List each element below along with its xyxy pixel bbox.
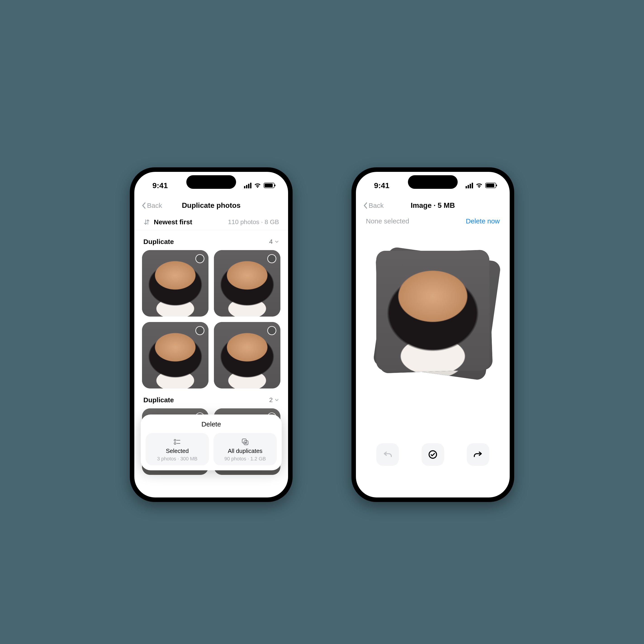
group-count: 2 [269, 396, 279, 404]
wifi-icon [254, 183, 261, 188]
photo-thumb[interactable] [214, 322, 280, 388]
duplicates-icon [216, 438, 275, 446]
button-label: All duplicates [216, 447, 275, 455]
nav-bar: Back Duplicate photos [134, 199, 288, 214]
select-circle[interactable] [195, 326, 204, 335]
selection-status: None selected [366, 217, 409, 225]
select-circle[interactable] [267, 254, 276, 263]
select-circle[interactable] [195, 254, 204, 263]
delete-selected-button[interactable]: Selected 3 photos · 300 MB [146, 433, 209, 465]
sheet-title: Delete [146, 420, 277, 428]
check-circle-icon [428, 450, 438, 459]
svg-point-0 [174, 439, 176, 441]
select-circle[interactable] [267, 326, 276, 335]
button-label: Selected [148, 447, 207, 455]
keep-button[interactable] [421, 443, 444, 466]
phone-mockup-detail: 9:41 Back Image · 5 MB None selected Del… [351, 167, 514, 502]
back-button[interactable]: Back [142, 202, 162, 209]
sort-label: Newest first [154, 218, 192, 226]
button-subtext: 90 photos · 1.2 GB [216, 456, 275, 462]
photo-thumb[interactable] [142, 322, 208, 388]
photo-thumb[interactable] [142, 250, 208, 317]
button-subtext: 3 photos · 300 MB [148, 456, 207, 462]
status-time: 9:41 [374, 181, 389, 190]
back-label: Back [369, 202, 384, 209]
svg-point-1 [174, 443, 176, 444]
page-title: Image · 5 MB [411, 201, 455, 210]
status-time: 9:41 [152, 181, 168, 190]
group-header[interactable]: Duplicate 2 [142, 388, 280, 408]
selected-icon [148, 438, 207, 446]
undo-icon [383, 450, 393, 459]
battery-icon [485, 183, 496, 188]
photo-thumb[interactable] [214, 250, 280, 317]
status-indicators [466, 183, 496, 188]
group-title: Duplicate [143, 396, 174, 404]
notch [408, 175, 458, 189]
delete-sheet: Delete Selected 3 photos · 300 MB All du… [141, 414, 282, 470]
chevron-down-icon [275, 398, 279, 402]
page-title: Duplicate photos [182, 201, 241, 210]
phone-mockup-list: 9:41 Back Duplicate photos Newest first … [130, 167, 293, 502]
share-button[interactable] [467, 443, 489, 466]
cellular-icon [244, 183, 251, 188]
summary-text: 110 photos · 8 GB [228, 218, 279, 226]
back-label: Back [147, 202, 162, 209]
chevron-down-icon [275, 239, 279, 244]
battery-icon [264, 183, 275, 188]
photo-stack[interactable] [376, 251, 489, 371]
group-header[interactable]: Duplicate 4 [142, 230, 280, 250]
cellular-icon [466, 183, 473, 188]
status-indicators [244, 183, 275, 188]
screen-list: 9:41 Back Duplicate photos Newest first … [134, 172, 288, 497]
delete-all-button[interactable]: All duplicates 90 photos · 1.2 GB [213, 433, 277, 465]
sort-icon [143, 219, 150, 225]
delete-now-button[interactable]: Delete now [466, 217, 500, 225]
sort-button[interactable]: Newest first [143, 218, 192, 226]
stack-card-front[interactable] [376, 251, 489, 371]
photo-grid [142, 250, 280, 388]
filter-bar: Newest first 110 photos · 8 GB [134, 214, 288, 230]
chevron-left-icon [364, 202, 368, 209]
share-icon [473, 450, 483, 459]
screen-detail: 9:41 Back Image · 5 MB None selected Del… [356, 172, 510, 497]
action-bar [356, 443, 510, 466]
notch [186, 175, 236, 189]
group-title: Duplicate [143, 238, 174, 246]
undo-button[interactable] [376, 443, 399, 466]
group-count: 4 [269, 238, 279, 245]
portrait-image [376, 251, 489, 371]
selection-bar: None selected Delete now [356, 214, 510, 230]
chevron-left-icon [142, 202, 146, 209]
nav-bar: Back Image · 5 MB [356, 199, 510, 214]
back-button[interactable]: Back [364, 202, 384, 209]
wifi-icon [476, 183, 483, 188]
